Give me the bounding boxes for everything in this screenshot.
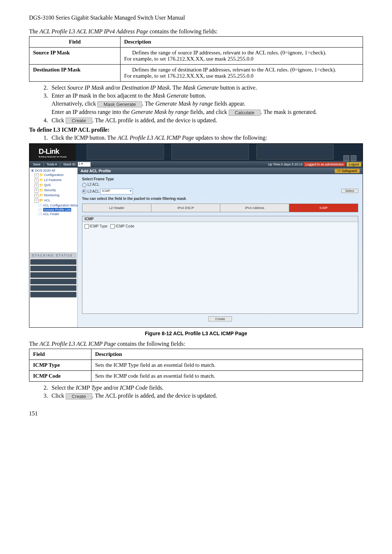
step-num: 4. <box>44 117 52 124</box>
cell-desc: Sets the ICMP code field as an essential… <box>91 371 363 382</box>
step-3-range: Enter an IP address range into the Gener… <box>29 109 363 116</box>
calculate-button[interactable]: Calculate <box>229 110 261 116</box>
col-field: Field <box>29 349 91 360</box>
header-icon[interactable] <box>343 155 349 161</box>
header-icon[interactable] <box>351 155 356 161</box>
stack-unit <box>30 285 77 291</box>
step-2: 2.Select Source IP Mask and/or Destinati… <box>44 85 363 91</box>
page-number: 151 <box>29 410 363 417</box>
nav-tree: 🖥 DGS-3100-48 +📁 Configuration +📁 L2 Fea… <box>29 168 78 327</box>
page-name-italic: ACL Profile L3 ACL ICMP IPv4 Address Pag… <box>40 28 148 34</box>
text: Click <box>52 117 66 123</box>
icmp-panel-header: ICMP <box>82 216 358 222</box>
steps-list-b: 1.Click the ICMP button. The ACL Profile… <box>29 135 363 141</box>
text: . The mask is generated. <box>261 109 317 115</box>
filter-tabs: L2 Header IPv4 DSCP IPv4 Address ICMP <box>82 204 358 212</box>
stacking-status-header: STACKING STATUS <box>30 253 77 258</box>
step-3: 3.Click Create. The ACL profile is added… <box>44 393 363 399</box>
step-3: 3.Enter an IP mask in the box adjacent t… <box>44 93 363 99</box>
stack-unit <box>30 266 77 271</box>
tree-acl[interactable]: −📂 ACL <box>30 198 77 203</box>
create-button[interactable]: Create <box>208 316 232 321</box>
stack-id-select[interactable]: 1 ▾ <box>78 162 91 167</box>
select-button[interactable]: Select <box>341 189 358 193</box>
create-button[interactable]: Create <box>66 118 92 124</box>
main-panel: Add ACL Profile 🛡 Safeguard Select Frame… <box>78 168 363 327</box>
logo-text: D-Link <box>38 147 59 155</box>
cell-desc: Defines the range of source IP addresses… <box>121 48 363 65</box>
step-1: 1.Click the ICMP button. The ACL Profile… <box>44 135 363 141</box>
section-heading: To define L3 ICMP ACL profile: <box>29 127 363 133</box>
field-name: ICMP Code <box>33 373 61 379</box>
cell-field: Source IP Mask <box>29 48 121 65</box>
create-button[interactable]: Create <box>66 393 92 399</box>
steps-list-c: 2.Select the ICMP Type and/or ICMP Code … <box>29 385 363 399</box>
field-name: Source IP Mask <box>33 50 70 56</box>
text: contains the following fields: <box>148 28 217 34</box>
icmp-panel: ICMP ICMP Type ICMP Code <box>82 216 358 314</box>
logout-button[interactable]: Logout <box>347 162 361 167</box>
step-text: Click the ICMP button. The ACL Profile L… <box>52 135 267 141</box>
uptime-text: Up Time:2 days 5:10:13 <box>268 163 302 166</box>
step-text: Select the ICMP Type and/or ICMP Code fi… <box>52 385 163 391</box>
figure-caption: Figure 8-12 ACL Profile L3 ACL ICMP Page <box>29 331 363 336</box>
steps-list-a: 2.Select Source IP Mask and/or Destinati… <box>29 85 363 99</box>
col-field: Field <box>29 37 121 48</box>
cell-desc: Sets the ICMP Type field as an essential… <box>91 360 363 371</box>
text: Alternatively, click <box>52 100 97 107</box>
tab-ipv4-dscp[interactable]: IPv4 DSCP <box>151 204 220 212</box>
icmp-type-label: ICMP Type <box>90 224 107 228</box>
tree-acl-wizard[interactable]: 📄 ACL Configuration Wizard <box>30 203 77 208</box>
steps-list-a2: 4.Click Create. The ACL profile is added… <box>29 117 363 124</box>
l2-acl-label: L2 ACL <box>87 182 99 186</box>
toolbar: Save Tools ▾ Stack ID 1 ▾ Up Time:2 days… <box>29 161 363 168</box>
mask-generate-button[interactable]: Mask Generate <box>97 101 142 107</box>
text: . The Generate Mask by range fields appe… <box>142 100 245 107</box>
text: contains the following fields: <box>116 341 185 347</box>
switch-graphic <box>87 144 164 160</box>
intro-line-2: The ACL Profile L3 ACL ICMP Page contain… <box>29 341 363 347</box>
field-name: ICMP Type <box>33 362 60 368</box>
l3-acl-label: L3 ACL <box>87 189 99 193</box>
panel-title-text: Add ACL Profile <box>81 169 111 173</box>
cell-desc: Defines the range of destination IP addr… <box>121 65 363 82</box>
tree-configuration[interactable]: +📁 Configuration <box>30 173 77 178</box>
stack-id-label: Stack ID <box>61 163 78 166</box>
cell-field: ICMP Code <box>29 371 91 382</box>
tree-root[interactable]: 🖥 DGS-3100-48 <box>30 168 77 173</box>
logged-in-text: Logged in as administrator <box>304 162 345 167</box>
tree-qos[interactable]: +📁 QoS <box>30 183 77 188</box>
icmp-type-checkbox[interactable] <box>85 224 89 229</box>
tab-ipv4-address[interactable]: IPv4 Address <box>220 204 289 212</box>
step-num: 2. <box>44 385 52 391</box>
tab-icmp[interactable]: ICMP <box>289 204 358 212</box>
text: . The ACL profile is added, and the devi… <box>92 393 217 399</box>
text: The <box>29 28 40 34</box>
panel-titlebar: Add ACL Profile 🛡 Safeguard <box>78 168 363 174</box>
l2-acl-radio[interactable] <box>82 183 86 187</box>
l3-acl-dropdown[interactable]: ICMP <box>100 189 133 194</box>
l3-acl-radio[interactable] <box>82 189 86 194</box>
tree-monitoring[interactable]: +📁 Monitoring <box>30 193 77 198</box>
switch-banner <box>76 144 363 161</box>
tools-menu[interactable]: Tools ▾ <box>45 163 60 166</box>
manual-header: DGS-3100 Series Gigabit Stackable Manage… <box>29 15 363 21</box>
tree-l2-features[interactable]: +📁 L2 Features <box>30 178 77 183</box>
screenshot-header: D-Link Building Networks for People <box>29 144 363 161</box>
desc-line: For example, to set 176.212.XX.XX, use m… <box>124 73 359 79</box>
text: The <box>29 341 40 347</box>
tree-acl-finder[interactable]: 📄 ACL Finder <box>30 212 77 216</box>
stack-unit <box>30 279 77 284</box>
step-num: 2. <box>44 85 52 91</box>
text: . The ACL profile is added, and the devi… <box>92 117 217 123</box>
icmp-code-checkbox[interactable] <box>110 224 115 229</box>
hint-text: You can select the field in the packet t… <box>82 197 358 201</box>
tree-access-profile-list[interactable]: 📄 Access Profile List <box>30 208 77 212</box>
tab-l2-header[interactable]: L2 Header <box>82 204 151 212</box>
dlink-logo: D-Link Building Networks for People <box>29 144 76 161</box>
switch-graphic <box>171 144 249 160</box>
tree-security[interactable]: +📁 Security <box>30 188 77 193</box>
cell-field: ICMP Type <box>29 360 91 371</box>
save-button[interactable]: Save <box>31 163 43 166</box>
col-desc: Description <box>121 37 363 48</box>
